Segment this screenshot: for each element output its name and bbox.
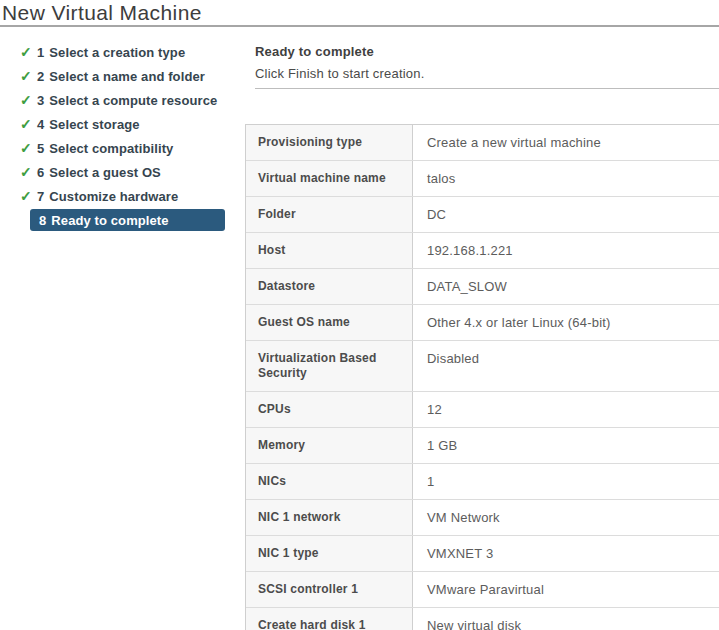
step-label: Select a name and folder [49,69,205,84]
step-label: Ready to complete [51,213,168,228]
wizard-step[interactable]: ✓ 4 Select storage [20,112,250,136]
table-row: Memory 1 GB [246,428,719,464]
row-value: Other 4.x or later Linux (64-bit) [413,305,719,340]
row-value: VMware Paravirtual [413,572,719,607]
step-label: Select a compute resource [49,93,217,108]
table-row: Host 192.168.1.221 [246,233,719,269]
wizard-steps: ✓ 1 Select a creation type ✓ 2 Select a … [20,40,250,232]
row-label: Memory [246,428,413,463]
step-number: 8 [39,213,46,228]
table-row: Provisioning type Create a new virtual m… [246,125,719,161]
step-number: 7 [37,189,44,204]
table-row: NIC 1 type VMXNET 3 [246,536,719,572]
table-row: Guest OS name Other 4.x or later Linux (… [246,305,719,341]
check-icon: ✓ [20,93,37,107]
check-icon: ✓ [20,45,37,59]
wizard-step[interactable]: ✓ 2 Select a name and folder [20,64,250,88]
page-title: New Virtual Machine [2,1,202,25]
row-value: VMXNET 3 [413,536,719,571]
row-value: New virtual disk [413,608,719,630]
table-row: CPUs 12 [246,392,719,428]
step-label: Select storage [49,117,139,132]
row-value: Create a new virtual machine [413,125,719,160]
row-label: CPUs [246,392,413,427]
row-label: Host [246,233,413,268]
check-icon: ✓ [20,117,37,131]
step-heading: Ready to complete [255,44,374,59]
row-value: 1 [413,464,719,499]
row-label: NIC 1 type [246,536,413,571]
row-value: 1 GB [413,428,719,463]
row-value: DC [413,197,719,232]
row-label: Folder [246,197,413,232]
row-label: Guest OS name [246,305,413,340]
wizard-step[interactable]: ✓ 5 Select compatibility [20,136,250,160]
row-value: DATA_SLOW [413,269,719,304]
check-icon: ✓ [20,189,37,203]
row-label: Datastore [246,269,413,304]
step-label: Select a creation type [49,45,185,60]
table-row: NICs 1 [246,464,719,500]
row-label: NIC 1 network [246,500,413,535]
row-label: Virtualization Based Security [246,341,413,391]
step-label: Select a guest OS [49,165,161,180]
row-value: talos [413,161,719,196]
wizard-step[interactable]: ✓ 6 Select a guest OS [20,160,250,184]
row-value: 12 [413,392,719,427]
step-label: Customize hardware [49,189,178,204]
step-number: 4 [37,117,44,132]
table-row: Create hard disk 1 New virtual disk [246,608,719,630]
row-label: NICs [246,464,413,499]
row-value: 192.168.1.221 [413,233,719,268]
step-number: 6 [37,165,44,180]
step-number: 2 [37,69,44,84]
check-icon: ✓ [20,69,37,83]
table-row: Virtualization Based Security Disabled [246,341,719,392]
wizard-step[interactable]: ✓ 7 Customize hardware [20,184,250,208]
table-row: Folder DC [246,197,719,233]
wizard-step-active[interactable]: 8 Ready to complete [30,209,225,231]
table-row: Datastore DATA_SLOW [246,269,719,305]
row-label: Create hard disk 1 [246,608,413,630]
content-divider [255,88,719,89]
title-divider [0,25,719,27]
summary-table: Provisioning type Create a new virtual m… [245,124,719,630]
table-row: Virtual machine name talos [246,161,719,197]
row-value: Disabled [413,341,719,391]
check-icon: ✓ [20,141,37,155]
step-number: 5 [37,141,44,156]
row-label: SCSI controller 1 [246,572,413,607]
step-number: 1 [37,45,44,60]
step-subheading: Click Finish to start creation. [255,66,424,81]
row-label: Virtual machine name [246,161,413,196]
row-label: Provisioning type [246,125,413,160]
step-label: Select compatibility [49,141,173,156]
table-row: NIC 1 network VM Network [246,500,719,536]
table-row: SCSI controller 1 VMware Paravirtual [246,572,719,608]
wizard-step[interactable]: ✓ 1 Select a creation type [20,40,250,64]
wizard-step[interactable]: ✓ 3 Select a compute resource [20,88,250,112]
step-number: 3 [37,93,44,108]
check-icon: ✓ [20,165,37,179]
row-value: VM Network [413,500,719,535]
